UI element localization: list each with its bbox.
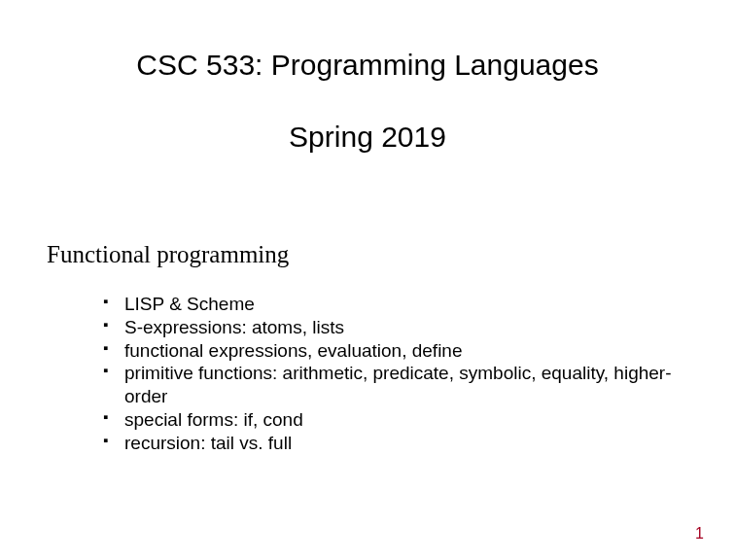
list-item: primitive functions: arithmetic, predica… bbox=[103, 362, 686, 408]
slide-subtitle: Spring 2019 bbox=[0, 82, 735, 154]
slide-title: CSC 533: Programming Languages bbox=[0, 0, 735, 82]
list-item: recursion: tail vs. full bbox=[103, 432, 686, 455]
list-item: LISP & Scheme bbox=[103, 293, 686, 316]
section-heading: Functional programming bbox=[0, 154, 735, 268]
list-item: special forms: if, cond bbox=[103, 408, 686, 432]
page-number: 1 bbox=[695, 525, 704, 542]
list-item: functional expressions, evaluation, defi… bbox=[103, 339, 686, 363]
list-item: S-expressions: atoms, lists bbox=[103, 316, 686, 339]
bullet-list: LISP & Scheme S-expressions: atoms, list… bbox=[0, 268, 735, 454]
